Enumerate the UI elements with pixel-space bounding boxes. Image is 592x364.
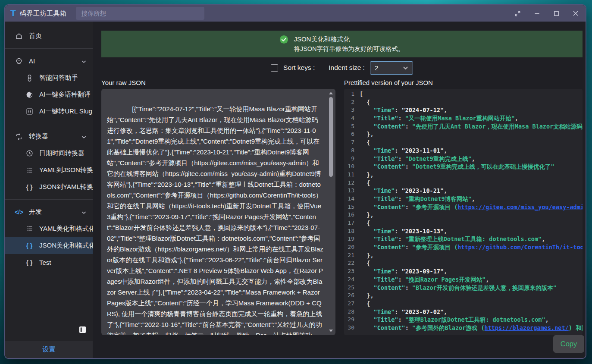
- code-line: 6 },: [344, 130, 583, 138]
- code-line: 22 {: [344, 259, 583, 267]
- code-icon: </>: [15, 209, 23, 216]
- app-window: T 码界工坊工具箱: [4, 4, 586, 359]
- minimize-button[interactable]: [533, 9, 541, 17]
- app-title: 码界工坊工具箱: [20, 9, 67, 18]
- code-line: 26 },: [344, 292, 583, 300]
- chevron-down-icon: [81, 133, 86, 140]
- code-line: 25 "Content": "Blazor开发前台体验还是差强人意，换回原来的版…: [344, 284, 583, 292]
- sidebar-item-label: JSON美化和格式化: [39, 242, 93, 250]
- sidebar-group-label: AI: [29, 57, 35, 65]
- sort-keys-label: Sort keys :: [283, 64, 315, 72]
- code-line: 17 {: [344, 219, 583, 227]
- sidebar-item-test[interactable]: { } Test: [5, 254, 93, 271]
- sidebar-item-home[interactable]: 首页: [5, 28, 93, 44]
- code-line: 3 "Time": "2024-07-12",: [344, 106, 583, 114]
- collapse-sidebar-icon[interactable]: [78, 326, 87, 336]
- tool-subtitle: 将JSON字符串修饰为友好的可读格式。: [294, 44, 404, 53]
- raw-json-textarea[interactable]: [{"Time":"2024-07-12","Title":"又一轮使用Masa…: [101, 89, 335, 335]
- sidebar-item-label: AI一键转URL Slug: [39, 107, 92, 116]
- braces-icon: { }: [25, 259, 34, 266]
- chevron-down-icon: [403, 66, 408, 70]
- code-line: 7 {: [344, 138, 583, 147]
- sidebar-item-label: 日期时间转换器: [39, 149, 85, 157]
- sort-keys-checkbox[interactable]: [271, 64, 278, 72]
- sidebar-nav: 首页 AI: [5, 22, 93, 341]
- search-input[interactable]: [76, 7, 204, 20]
- code-line: 28 "Time": "2023-07-02",: [344, 308, 583, 316]
- sidebar-item-label: 智能问答助手: [39, 74, 78, 82]
- convert-icon: [15, 133, 23, 141]
- sidebar-item-json-to-yaml[interactable]: { } JSON到YAML转换: [5, 179, 93, 195]
- pretty-json-label: Prettified version of your JSON: [344, 79, 583, 89]
- code-line: 8 "Time": "2023-11-01",: [344, 147, 583, 155]
- scroll-up-icon[interactable]: [328, 90, 334, 96]
- sidebar-item-yaml-format[interactable]: YAML美化和格式化: [5, 220, 93, 237]
- code-line: 24 "Title": "挽回Razor Pages开发网站",: [344, 276, 583, 284]
- code-line: 19 "Title": "重新整理上线Dotnet工具箱: dotnetools…: [344, 235, 583, 243]
- indent-size-label: Indent size :: [329, 64, 365, 72]
- raw-json-scrollbar[interactable]: [328, 90, 334, 334]
- sidebar-item-label: JSON到YAML转换: [39, 183, 93, 191]
- code-line: 4 "Title": "又一轮使用Masa Blazor重构网站开始",: [344, 114, 583, 122]
- indent-size-value: 2: [375, 64, 378, 72]
- app-logo-icon: T: [10, 8, 16, 19]
- indent-size-select[interactable]: 2: [370, 61, 413, 75]
- window-controls: [514, 9, 579, 17]
- code-line: 29 "Title": "整理Blazor版Dotnet工具箱: dotneto…: [344, 316, 583, 324]
- code-line: 10 "Content": "Dotnet9重构完成上线，可以在此基础上慢慢优化…: [344, 163, 583, 171]
- code-line: 9 "Title": "Dotnet9重构完成上线",: [344, 155, 583, 163]
- raw-json-text: [{"Time":"2024-07-12","Title":"又一轮使用Masa…: [107, 105, 323, 335]
- tool-banner: JSON美化和格式化 将JSON字符串修饰为友好的可读格式。: [101, 31, 583, 57]
- sidebar-item-label: YAML美化和格式化: [39, 225, 93, 233]
- titlebar: T 码界工坊工具箱: [5, 5, 586, 22]
- code-line: 11 },: [344, 171, 583, 179]
- chevron-down-icon: [81, 208, 86, 216]
- sidebar-group-converters[interactable]: 转换器: [5, 128, 93, 145]
- sidebar-item-label: AI一键多语种翻译: [39, 91, 91, 99]
- close-button[interactable]: [572, 9, 579, 17]
- divider: [5, 199, 93, 200]
- pause-box-icon: [25, 108, 34, 115]
- code-line: 30 "Content": "参考国外的Blazor游戏 (https://bl…: [344, 324, 583, 332]
- sidebar-item-url-slug[interactable]: AI一键转URL Slug: [5, 103, 93, 120]
- sidebar-footer: 设置: [5, 341, 93, 358]
- expand-icon[interactable]: [514, 9, 521, 17]
- sidebar-item-datetime-converter[interactable]: 日期时间转换器: [5, 145, 93, 162]
- format-options: Sort keys : Indent size : 2: [101, 57, 583, 78]
- pretty-json-view[interactable]: 1[2 {3 "Time": "2024-07-12",4 "Title": "…: [344, 89, 583, 335]
- sidebar-group-ai[interactable]: AI: [5, 53, 93, 69]
- pretty-code-lines: 1[2 {3 "Time": "2024-07-12",4 "Title": "…: [344, 90, 583, 332]
- sidebar-item-ai-translate[interactable]: AI一键多语种翻译: [5, 86, 93, 103]
- code-line: 21 },: [344, 251, 583, 260]
- copy-button[interactable]: Copy: [553, 335, 584, 353]
- sidebar-item-qa-assistant[interactable]: 智能问答助手: [5, 69, 93, 86]
- sidebar-item-label: Test: [39, 259, 51, 266]
- braces-icon: { }: [25, 242, 34, 249]
- success-check-icon: [279, 35, 288, 44]
- code-line: 14 "Title": "重构Dotnet9博客网站",: [344, 195, 583, 203]
- scroll-down-icon[interactable]: [328, 328, 334, 334]
- divider: [5, 48, 93, 49]
- code-line: 5 "Content": "先使用了几天Ant Blazor，现在使用Masa …: [344, 122, 583, 131]
- list-icon: [25, 167, 34, 173]
- list-icon: [25, 226, 34, 232]
- settings-link[interactable]: 设置: [43, 345, 56, 354]
- divider: [5, 124, 93, 124]
- code-line: 16 },: [344, 211, 583, 219]
- sidebar: 首页 AI: [5, 22, 93, 358]
- clock-icon: [25, 150, 34, 157]
- main-content: JSON美化和格式化 将JSON字符串修饰为友好的可读格式。 Sort keys…: [93, 22, 586, 358]
- sidebar-item-label: YAML到JSON转换: [39, 166, 93, 174]
- code-line: 2 {: [344, 98, 583, 107]
- moon-icon: [25, 91, 34, 98]
- sidebar-group-development[interactable]: </> 开发: [5, 204, 93, 220]
- sidebar-item-json-format[interactable]: { } JSON美化和格式化: [5, 237, 93, 254]
- robot-icon: [15, 57, 23, 65]
- scrollbar-thumb[interactable]: [329, 97, 333, 177]
- sidebar-item-yaml-to-json[interactable]: YAML到JSON转换: [5, 162, 93, 179]
- sidebar-group-label: 转换器: [29, 132, 48, 141]
- maximize-button[interactable]: [552, 9, 560, 17]
- code-line: 15 "Content": "参考开源项目 (https://gitee.com…: [344, 203, 583, 211]
- code-line: 20 "Content": "参考开源项目 (https://github.co…: [344, 243, 583, 251]
- code-line: 12 {: [344, 179, 583, 187]
